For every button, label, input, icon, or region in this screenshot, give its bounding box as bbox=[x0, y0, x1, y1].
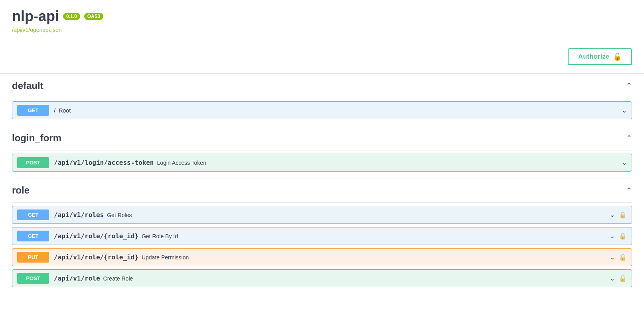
chevron-down-icon-default-0: ⌄ bbox=[622, 107, 627, 114]
chevron-down-icon-role-2: ⌄ bbox=[610, 253, 615, 261]
endpoint-desc-login_form-0: Login Access Token bbox=[157, 160, 206, 166]
section-login_form: login_form ⌃ POST /api/v1/login/access-t… bbox=[12, 126, 632, 178]
method-badge-role-0: GET bbox=[17, 209, 49, 220]
endpoint-desc-role-2: Update Permission bbox=[142, 254, 189, 261]
chevron-down-icon-login_form-0: ⌄ bbox=[622, 159, 627, 166]
section-role: role ⌃ GET /api/v1/roles Get Roles ⌄ 🔒 G… bbox=[12, 178, 632, 294]
chevron-up-icon-role: ⌃ bbox=[626, 186, 632, 195]
endpoint-actions-role-0: ⌄ 🔒 bbox=[610, 211, 627, 219]
method-badge-role-3: POST bbox=[17, 273, 49, 284]
section-title-role: role bbox=[12, 185, 30, 196]
toolbar: Authorize 🔓 bbox=[0, 40, 644, 74]
version-badge: 0.1.0 bbox=[63, 13, 80, 20]
app-header: nlp-api 0.1.0 OAS3 /api/v1/openapi.json bbox=[0, 0, 644, 40]
section-header-default[interactable]: default ⌃ bbox=[12, 74, 632, 98]
lock-icon-role-3: 🔒 bbox=[619, 275, 627, 282]
endpoint-actions-role-2: ⌄ 🔒 bbox=[610, 253, 627, 261]
lock-icon: 🔓 bbox=[613, 52, 622, 61]
section-title-default: default bbox=[12, 80, 43, 91]
endpoint-actions-login_form-0: ⌄ bbox=[622, 159, 627, 166]
section-title-login_form: login_form bbox=[12, 132, 61, 144]
chevron-down-icon-role-3: ⌄ bbox=[610, 275, 615, 282]
oas-badge: OAS3 bbox=[84, 13, 104, 20]
endpoint-row-login_form-0[interactable]: POST /api/v1/login/access-token Login Ac… bbox=[12, 154, 632, 172]
method-badge-role-2: PUT bbox=[17, 252, 49, 263]
method-badge-default-0: GET bbox=[17, 105, 49, 116]
endpoint-actions-role-3: ⌄ 🔒 bbox=[610, 275, 627, 282]
endpoint-row-role-0[interactable]: GET /api/v1/roles Get Roles ⌄ 🔒 bbox=[12, 206, 632, 224]
endpoint-actions-default-0: ⌄ bbox=[622, 107, 627, 114]
endpoint-desc-role-3: Create Role bbox=[103, 275, 133, 282]
lock-icon-role-0: 🔒 bbox=[619, 211, 627, 219]
endpoint-path-role-0: /api/v1/roles bbox=[54, 211, 104, 219]
endpoint-desc-role-1: Get Role By Id bbox=[142, 233, 178, 239]
section-header-role[interactable]: role ⌃ bbox=[12, 178, 632, 203]
section-default: default ⌃ GET / Root ⌄ bbox=[12, 74, 632, 126]
chevron-up-icon-login_form: ⌃ bbox=[626, 134, 632, 142]
endpoint-row-role-2[interactable]: PUT /api/v1/role/{role_id} Update Permis… bbox=[12, 248, 632, 266]
section-header-login_form[interactable]: login_form ⌃ bbox=[12, 126, 632, 150]
method-badge-role-1: GET bbox=[17, 231, 49, 241]
sections-container: default ⌃ GET / Root ⌄ login_form ⌃ POST… bbox=[12, 74, 632, 294]
endpoint-actions-role-1: ⌄ 🔒 bbox=[610, 232, 627, 240]
section-content-login_form: POST /api/v1/login/access-token Login Ac… bbox=[12, 154, 632, 178]
endpoint-path-role-1: /api/v1/role/{role_id} bbox=[54, 232, 138, 240]
chevron-up-icon-default: ⌃ bbox=[626, 81, 632, 90]
main-content: default ⌃ GET / Root ⌄ login_form ⌃ POST… bbox=[0, 74, 644, 294]
endpoint-path-role-3: /api/v1/role bbox=[54, 275, 100, 282]
endpoint-row-role-3[interactable]: POST /api/v1/role Create Role ⌄ 🔒 bbox=[12, 269, 632, 287]
section-content-role: GET /api/v1/roles Get Roles ⌄ 🔒 GET /api… bbox=[12, 206, 632, 294]
chevron-down-icon-role-0: ⌄ bbox=[610, 211, 615, 219]
authorize-button[interactable]: Authorize 🔓 bbox=[568, 48, 632, 65]
endpoint-row-role-1[interactable]: GET /api/v1/role/{role_id} Get Role By I… bbox=[12, 227, 632, 245]
section-content-default: GET / Root ⌄ bbox=[12, 101, 632, 126]
endpoint-path-role-2: /api/v1/role/{role_id} bbox=[54, 253, 138, 261]
app-url-link[interactable]: /api/v1/openapi.json bbox=[12, 27, 62, 33]
endpoint-path-login_form-0: /api/v1/login/access-token bbox=[54, 159, 154, 166]
endpoint-row-default-0[interactable]: GET / Root ⌄ bbox=[12, 101, 632, 119]
endpoint-slash: / bbox=[54, 107, 55, 114]
lock-icon-role-2: 🔒 bbox=[619, 253, 627, 261]
lock-icon-role-1: 🔒 bbox=[619, 232, 627, 240]
endpoint-desc-default-0: Root bbox=[59, 107, 71, 114]
app-title: nlp-api bbox=[12, 8, 59, 25]
endpoint-desc-role-0: Get Roles bbox=[107, 212, 132, 218]
app-title-row: nlp-api 0.1.0 OAS3 bbox=[12, 8, 632, 25]
method-badge-login_form-0: POST bbox=[17, 157, 49, 168]
chevron-down-icon-role-1: ⌄ bbox=[610, 232, 615, 240]
authorize-label: Authorize bbox=[578, 53, 609, 60]
